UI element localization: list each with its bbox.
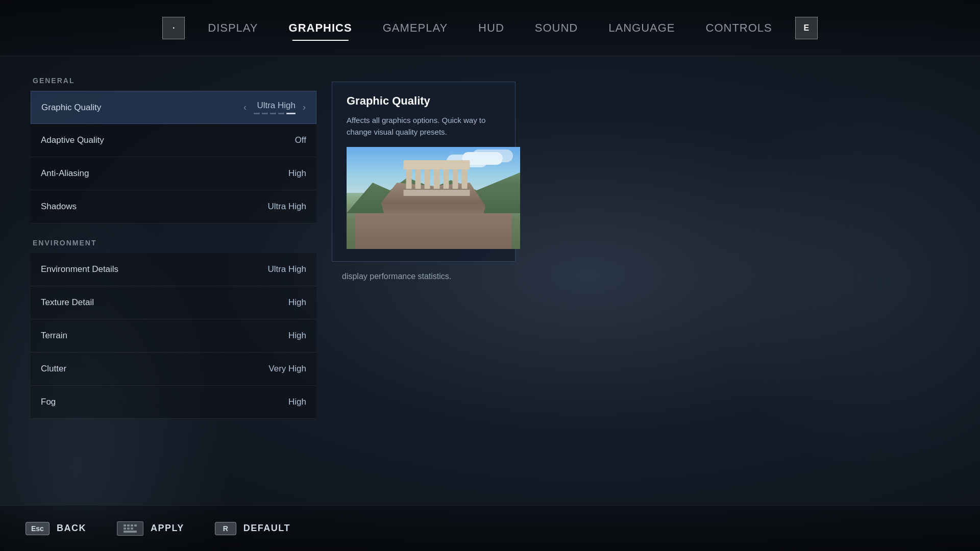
column-5 <box>443 169 449 189</box>
kb-key <box>127 524 130 527</box>
apply-label: APPLY <box>151 523 184 534</box>
nav-item-graphics[interactable]: Graphics <box>274 17 368 39</box>
temple-roof <box>404 160 470 169</box>
setting-name-anti-aliasing: Anti-Aliasing <box>41 168 89 179</box>
anti-aliasing-value: High <box>288 168 306 179</box>
temple-base <box>404 190 470 196</box>
info-panel: Graphic Quality Affects all graphics opt… <box>332 82 949 495</box>
default-label: DEFAULT <box>243 523 290 534</box>
dot-1 <box>254 113 260 114</box>
setting-row-fog[interactable]: Fog High <box>31 386 316 419</box>
fog-value: High <box>288 397 306 407</box>
fog-control: High <box>288 397 306 407</box>
kb-key <box>134 524 137 527</box>
default-button[interactable]: R DEFAULT <box>215 522 290 535</box>
kb-key <box>124 524 126 527</box>
setting-row-texture-detail[interactable]: Texture Detail High <box>31 286 316 319</box>
tooltip-title: Graphic Quality <box>347 94 501 108</box>
general-settings-list: Graphic Quality ‹ Ultra High › <box>31 91 316 223</box>
nav-bar: · Display Graphics Gameplay HUD Sound La… <box>0 0 980 56</box>
performance-hint: display performance statistics. <box>332 272 949 281</box>
scene-wall <box>355 213 511 249</box>
nav-item-display[interactable]: Display <box>192 17 273 39</box>
graphic-quality-value: Ultra High <box>254 101 296 111</box>
setting-name-shadows: Shadows <box>41 202 77 212</box>
kb-key <box>127 528 130 530</box>
setting-name-adaptive-quality: Adaptive Quality <box>41 135 104 145</box>
nav-item-gameplay[interactable]: Gameplay <box>368 17 463 39</box>
kb-key <box>131 524 133 527</box>
nav-item-sound[interactable]: Sound <box>520 17 593 39</box>
kb-keys <box>124 524 137 533</box>
kb-row-2 <box>124 528 137 530</box>
column-7 <box>461 169 467 189</box>
setting-row-graphic-quality[interactable]: Graphic Quality ‹ Ultra High › <box>31 91 316 124</box>
column-3 <box>425 169 430 189</box>
nav-icon-left[interactable]: · <box>162 17 185 39</box>
temple-columns <box>406 169 468 190</box>
adaptive-quality-value: Off <box>295 135 306 145</box>
preset-dots <box>254 113 296 114</box>
dot-3 <box>270 113 276 114</box>
setting-row-adaptive-quality[interactable]: Adaptive Quality Off <box>31 124 316 157</box>
nav-item-language[interactable]: Language <box>593 17 690 39</box>
tooltip-preview-image <box>347 147 520 249</box>
spacebar <box>124 531 137 533</box>
dot-2 <box>262 113 268 114</box>
column-6 <box>452 169 458 189</box>
adaptive-quality-control: Off <box>295 135 306 145</box>
section-environment-label: ENVIRONMENT <box>31 239 316 247</box>
apply-button[interactable]: APPLY <box>117 521 184 536</box>
section-general-label: GENERAL <box>31 77 316 85</box>
bottom-bar: Esc BACK APPLY R <box>0 505 980 551</box>
setting-row-anti-aliasing[interactable]: Anti-Aliasing High <box>31 157 316 190</box>
setting-row-shadows[interactable]: Shadows Ultra High <box>31 190 316 223</box>
tooltip-card: Graphic Quality Affects all graphics opt… <box>332 82 516 262</box>
shadows-value: Ultra High <box>267 202 306 212</box>
dot-5 <box>286 113 296 114</box>
environment-details-control: Ultra High <box>267 264 306 274</box>
graphic-quality-control: ‹ Ultra High › <box>243 101 306 114</box>
main-content: GENERAL Graphic Quality ‹ Ultra High <box>0 56 980 505</box>
texture-detail-value: High <box>288 297 306 308</box>
default-key-badge: R <box>215 522 236 535</box>
setting-name-graphic-quality: Graphic Quality <box>41 103 101 113</box>
graphic-quality-arrow-left[interactable]: ‹ <box>243 102 247 113</box>
column-4 <box>434 169 439 189</box>
setting-name-environment-details: Environment Details <box>41 264 118 274</box>
back-label: BACK <box>57 523 86 534</box>
column-2 <box>415 169 421 189</box>
setting-row-clutter[interactable]: Clutter Very High <box>31 353 316 386</box>
clutter-control: Very High <box>268 364 306 374</box>
column-1 <box>406 169 412 189</box>
tooltip-description: Affects all graphics options. Quick way … <box>347 115 501 138</box>
clutter-value: Very High <box>268 364 306 374</box>
terrain-value: High <box>288 331 306 341</box>
back-button[interactable]: Esc BACK <box>26 522 86 535</box>
setting-name-fog: Fog <box>41 397 56 407</box>
back-key-badge: Esc <box>26 522 50 535</box>
setting-name-texture-detail: Texture Detail <box>41 297 94 308</box>
dot-4 <box>278 113 284 114</box>
anti-aliasing-control: High <box>288 168 306 179</box>
kb-key <box>124 528 126 530</box>
environment-settings-list: Environment Details Ultra High Texture D… <box>31 253 316 419</box>
keyboard-icon <box>117 521 143 536</box>
setting-name-clutter: Clutter <box>41 364 66 374</box>
settings-panel: GENERAL Graphic Quality ‹ Ultra High <box>31 66 316 495</box>
scene-temple <box>404 160 470 196</box>
setting-name-terrain: Terrain <box>41 331 67 341</box>
setting-row-environment-details[interactable]: Environment Details Ultra High <box>31 253 316 286</box>
nav-item-hud[interactable]: HUD <box>463 17 520 39</box>
nav-item-controls[interactable]: Controls <box>691 17 788 39</box>
nav-icon-right[interactable]: E <box>795 17 818 39</box>
kb-key <box>131 528 133 530</box>
setting-row-terrain[interactable]: Terrain High <box>31 319 316 353</box>
graphic-quality-arrow-right[interactable]: › <box>303 102 306 113</box>
texture-detail-control: High <box>288 297 306 308</box>
kb-row-1 <box>124 524 137 527</box>
temple-scene <box>347 147 520 249</box>
shadows-control: Ultra High <box>267 202 306 212</box>
terrain-control: High <box>288 331 306 341</box>
environment-details-value: Ultra High <box>267 264 306 274</box>
